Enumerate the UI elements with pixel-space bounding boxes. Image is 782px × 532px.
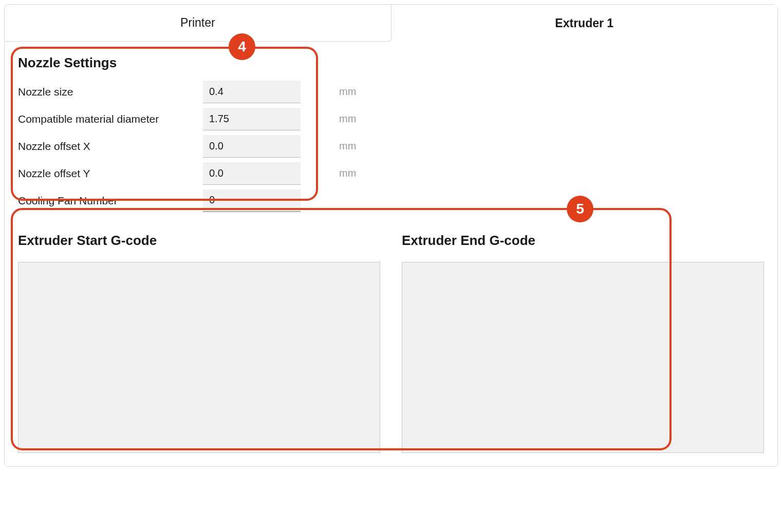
unit-offset-y: mm — [339, 167, 356, 179]
input-offset-x[interactable] — [209, 140, 339, 152]
input-material-diameter[interactable] — [209, 113, 339, 125]
tab-printer[interactable]: Printer — [5, 5, 392, 42]
tab-row: Printer Extruder 1 — [5, 5, 777, 42]
callout-badge-4: 4 — [229, 33, 255, 60]
field-offset-x: Nozzle offset X mm — [18, 132, 301, 160]
field-offset-y: Nozzle offset Y mm — [18, 160, 301, 187]
input-cooling-fan[interactable] — [209, 194, 339, 206]
gcode-section: Extruder Start G-code Extruder End G-cod… — [5, 223, 777, 466]
field-nozzle-size: Nozzle size mm — [18, 78, 301, 105]
gcode-start-column: Extruder Start G-code — [18, 233, 380, 453]
label-nozzle-size: Nozzle size — [18, 86, 203, 98]
label-cooling-fan: Cooling Fan Number — [18, 195, 203, 207]
nozzle-settings-section: Nozzle Settings Nozzle size mm Compatibl… — [5, 42, 313, 223]
unit-nozzle-size: mm — [339, 86, 356, 98]
tab-extruder-1-label: Extruder 1 — [555, 16, 613, 30]
input-wrap-material-diameter: mm — [203, 108, 301, 130]
input-nozzle-size[interactable] — [209, 86, 339, 98]
tab-printer-label: Printer — [180, 16, 215, 30]
gcode-end-title: Extruder End G-code — [402, 233, 764, 249]
gcode-end-column: Extruder End G-code — [402, 233, 764, 453]
input-wrap-offset-y: mm — [203, 162, 301, 185]
label-material-diameter: Compatible material diameter — [18, 113, 203, 125]
callout-badge-5: 5 — [567, 196, 593, 222]
input-wrap-cooling-fan — [203, 189, 301, 212]
input-wrap-offset-x: mm — [203, 135, 301, 158]
input-wrap-nozzle-size: mm — [203, 81, 301, 103]
label-offset-y: Nozzle offset Y — [18, 167, 203, 180]
unit-material-diameter: mm — [339, 113, 356, 125]
gcode-end-textarea[interactable] — [402, 262, 764, 453]
nozzle-settings-title: Nozzle Settings — [18, 55, 301, 71]
field-cooling-fan: Cooling Fan Number — [18, 187, 301, 214]
label-offset-x: Nozzle offset X — [18, 140, 203, 153]
tab-content: 4 Nozzle Settings Nozzle size mm Compati… — [5, 42, 777, 466]
unit-offset-x: mm — [339, 140, 356, 152]
gcode-start-textarea[interactable] — [18, 262, 380, 453]
settings-panel: Printer Extruder 1 4 Nozzle Settings Noz… — [4, 4, 778, 467]
tab-extruder-1[interactable]: Extruder 1 — [392, 5, 778, 42]
input-offset-y[interactable] — [209, 167, 339, 179]
gcode-start-title: Extruder Start G-code — [18, 233, 380, 249]
field-material-diameter: Compatible material diameter mm — [18, 105, 301, 132]
